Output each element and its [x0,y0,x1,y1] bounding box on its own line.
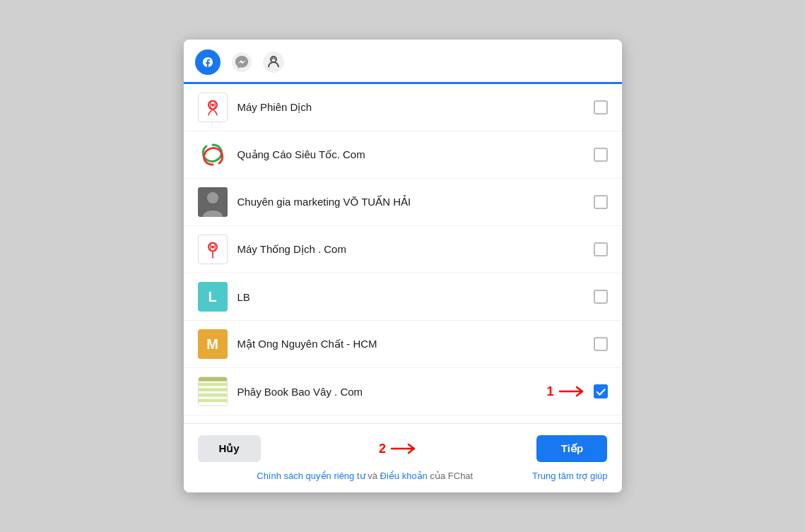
item-checkbox-phay-book[interactable] [594,384,608,398]
svg-point-18 [210,257,215,259]
item-checkbox-quang-cao[interactable] [594,148,608,162]
list-item: L LB [184,273,622,321]
item-name-lb: LB [237,291,594,303]
svg-point-4 [271,59,272,60]
item-name-may-phien-dich: Máy Phiên Dịch [237,101,594,114]
cancel-button[interactable]: Hủy [198,435,261,462]
item-avatar-lb: L [198,282,228,312]
list-item-phay-book: Phây Book Bao Vây . Com 1 [184,368,622,415]
item-checkbox-mat-ong[interactable] [594,337,608,351]
item-name-phay-book: Phây Book Bao Vây . Com [237,386,594,398]
annotation-2-number: 2 [379,442,386,456]
svg-rect-7 [200,95,225,120]
annotation-2-arrow [390,442,418,456]
list-item: Máy Thống Dịch. Com [184,415,622,423]
item-name-quang-cao: Quảng Cáo Siêu Tốc. Com [237,148,594,161]
next-button[interactable]: Tiếp [536,435,607,462]
page-list: Máy Phiên Dịch Quảng Cáo Siêu Tốc. Com [184,84,622,423]
item-avatar-mat-ong: M [198,329,228,359]
footer-buttons: Hủy 2 Tiếp [198,435,608,462]
item-avatar-may-phien-dich [198,93,228,122]
svg-point-0 [195,49,221,75]
facebook-tab[interactable] [195,49,221,75]
item-checkbox-may-phien-dich[interactable] [594,100,608,114]
list-item: M Mật Ong Nguyên Chất - HCM [184,321,622,368]
svg-rect-24 [199,377,227,382]
svg-rect-22 [199,394,227,397]
list-item: Máy Thống Dịch . Com [184,226,622,273]
item-avatar-quang-cao [198,140,228,170]
help-link[interactable]: Trung tâm trợ giúp [532,471,608,481]
dialog-footer: Hủy 2 Tiếp Chính sách quyền riêng tư và … [184,423,622,492]
list-item: Chuyên gia marketing VÕ TUẤN HẢI [184,179,622,226]
svg-rect-23 [199,398,227,402]
policy-link[interactable]: Chính sách quyền riêng tư [257,471,365,481]
item-avatar-phay-book [198,377,228,406]
footer-links: Chính sách quyền riêng tư và Điều khoản … [198,471,608,481]
fchat-tab[interactable] [260,52,284,73]
svg-point-5 [275,59,276,60]
item-name-chuyen-gia: Chuyên gia marketing VÕ TUẤN HẢI [237,196,594,208]
item-name-mat-ong: Mật Ong Nguyên Chất - HCM [237,338,594,350]
footer-and-text: và [368,471,380,481]
main-dialog: Máy Phiên Dịch Quảng Cáo Siêu Tốc. Com [184,40,622,492]
svg-rect-21 [199,388,227,391]
item-checkbox-lb[interactable] [594,290,608,304]
terms-link[interactable]: Điều khoản [380,471,428,481]
item-avatar-may-thong-dich-dot [198,235,228,264]
svg-rect-20 [199,383,227,386]
item-checkbox-may-thong-dich-dot[interactable] [594,242,608,256]
item-name-may-thong-dich-dot: Máy Thống Dịch . Com [237,243,594,256]
svg-point-13 [207,192,218,203]
list-item: Máy Phiên Dịch [184,84,622,131]
messenger-tab[interactable] [229,52,252,72]
footer-brand-text: của FChat [430,471,473,481]
svg-point-16 [211,245,213,248]
dialog-header [184,40,622,84]
svg-point-9 [211,103,213,106]
item-checkbox-chuyen-gia[interactable] [594,195,608,209]
list-item: Quảng Cáo Siêu Tốc. Com [184,131,622,179]
item-avatar-chuyen-gia [198,187,228,217]
